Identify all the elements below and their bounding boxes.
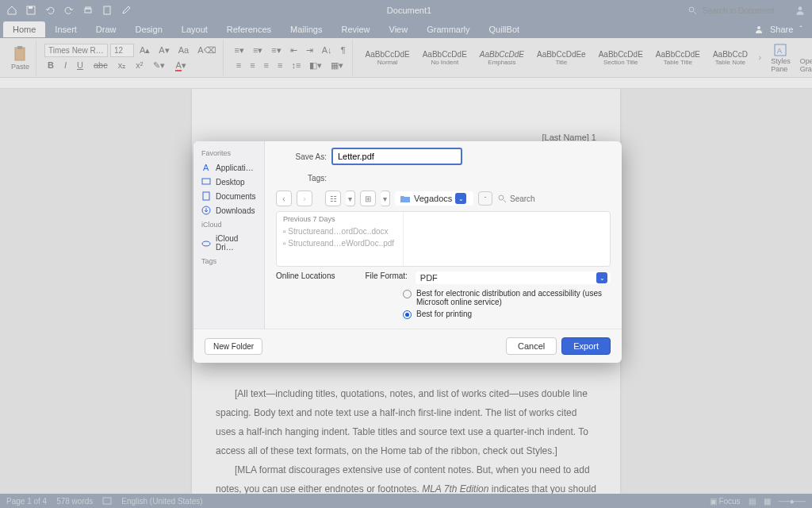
dialog-sidebar: Favorites AApplicati… Desktop Documents … bbox=[193, 141, 265, 329]
sidebar-favorites-header: Favorites bbox=[193, 146, 264, 160]
radio-printing-label: Best for printing bbox=[416, 310, 472, 318]
file-format-label: File Format: bbox=[366, 271, 408, 280]
new-folder-button[interactable]: New Folder bbox=[205, 338, 262, 355]
save-as-label: Save As: bbox=[276, 152, 331, 161]
group-icon[interactable]: ⊞ bbox=[360, 190, 376, 206]
online-locations-button[interactable]: Online Locations bbox=[276, 271, 335, 280]
folder-icon bbox=[400, 194, 411, 203]
sidebar-icloud-drive[interactable]: iCloud Dri… bbox=[193, 232, 264, 254]
sidebar-downloads[interactable]: Downloads bbox=[193, 203, 264, 217]
tags-label: Tags: bbox=[276, 174, 331, 183]
svg-point-20 bbox=[202, 241, 210, 246]
file-format-caret-icon: ⌄ bbox=[596, 272, 607, 283]
previous-days-header: Previous 7 Days bbox=[283, 215, 396, 223]
svg-text:A: A bbox=[203, 163, 209, 172]
back-button[interactable]: ‹ bbox=[276, 190, 292, 206]
cancel-button[interactable]: Cancel bbox=[506, 337, 557, 355]
svg-point-21 bbox=[499, 195, 504, 200]
dialog-search-input[interactable] bbox=[510, 194, 611, 203]
sidebar-desktop[interactable]: Desktop bbox=[193, 175, 264, 189]
file-item[interactable]: ▫ Structureand…ordDoc..docx bbox=[283, 225, 396, 237]
view-columns-icon[interactable]: ☷ bbox=[325, 190, 341, 206]
svg-rect-18 bbox=[203, 192, 209, 200]
export-button[interactable]: Export bbox=[561, 337, 611, 355]
save-dialog: Favorites AApplicati… Desktop Documents … bbox=[193, 141, 622, 363]
sidebar-tags-header: Tags bbox=[193, 254, 264, 268]
sidebar-icloud-header: iCloud bbox=[193, 217, 264, 232]
location-select[interactable]: Vegadocs ⌄ bbox=[395, 191, 473, 206]
forward-button[interactable]: › bbox=[297, 190, 312, 206]
sidebar-applications[interactable]: AApplicati… bbox=[193, 160, 264, 175]
svg-line-22 bbox=[504, 200, 506, 202]
location-caret-icon: ⌄ bbox=[455, 193, 466, 204]
radio-electronic[interactable] bbox=[403, 290, 412, 298]
save-as-input[interactable] bbox=[331, 148, 462, 165]
radio-electronic-label: Best for electronic distribution and acc… bbox=[416, 289, 607, 306]
sidebar-documents[interactable]: Documents bbox=[193, 189, 264, 203]
search-icon bbox=[497, 194, 507, 203]
file-browser: Previous 7 Days ▫ Structureand…ordDoc..d… bbox=[276, 211, 611, 267]
file-item[interactable]: ▫ Structureand…eWordDoc..pdf bbox=[283, 237, 396, 249]
svg-rect-17 bbox=[202, 179, 210, 184]
file-format-select[interactable]: PDF ⌄ bbox=[416, 271, 611, 284]
collapse-button[interactable]: ˆ bbox=[478, 191, 492, 206]
view-dropdown-icon[interactable]: ▾ bbox=[346, 190, 355, 206]
group-dropdown-icon[interactable]: ▾ bbox=[381, 190, 390, 206]
tags-input[interactable] bbox=[331, 171, 462, 184]
radio-printing[interactable] bbox=[403, 310, 412, 319]
